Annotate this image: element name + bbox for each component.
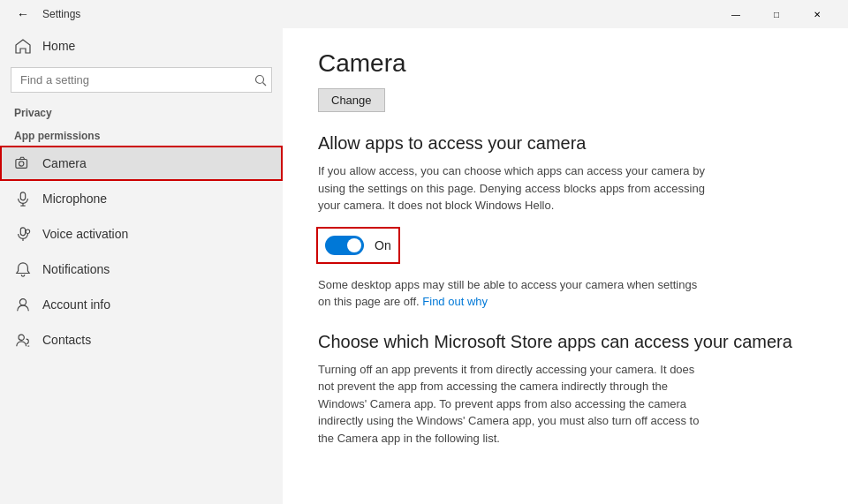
voice-icon: [14, 225, 32, 243]
allow-section-heading: Allow apps to access your camera: [318, 133, 813, 154]
content-area: Camera Change Allow apps to access your …: [283, 28, 848, 504]
sidebar-item-notifications[interactable]: Notifications: [0, 252, 283, 287]
contacts-icon: [14, 331, 32, 349]
microphone-label: Microphone: [42, 192, 107, 206]
window-controls: — □ ✕: [716, 0, 837, 28]
notifications-label: Notifications: [42, 262, 110, 276]
allow-description: If you allow access, you can choose whic…: [318, 162, 707, 214]
privacy-section-title: Privacy: [0, 100, 283, 123]
camera-icon: [14, 154, 32, 172]
microphone-icon: [14, 190, 32, 207]
svg-rect-4: [20, 192, 25, 200]
account-info-icon: [14, 296, 32, 313]
contacts-label: Contacts: [42, 333, 91, 347]
notifications-icon: [14, 260, 32, 278]
svg-point-3: [19, 162, 24, 166]
svg-point-10: [19, 299, 26, 305]
titlebar: ← Settings — □ ✕: [0, 0, 848, 28]
account-info-label: Account info: [42, 297, 110, 312]
svg-point-11: [19, 335, 24, 340]
svg-line-1: [263, 82, 267, 86]
back-button[interactable]: ←: [11, 2, 35, 26]
svg-point-0: [256, 75, 264, 83]
change-button[interactable]: Change: [318, 88, 385, 112]
svg-point-9: [26, 229, 30, 234]
camera-toggle[interactable]: [325, 236, 364, 255]
page-title: Camera: [318, 49, 813, 78]
close-button[interactable]: ✕: [797, 0, 837, 28]
search-button[interactable]: [254, 74, 267, 87]
app-body: Home Privacy App permissions: [0, 28, 848, 504]
minimize-button[interactable]: —: [716, 0, 756, 28]
sidebar-item-account-info[interactable]: Account info: [0, 287, 283, 322]
sidebar-home[interactable]: Home: [0, 28, 283, 64]
choose-section-heading: Choose which Microsoft Store apps can ac…: [318, 332, 813, 352]
home-icon: [14, 37, 32, 55]
sidebar-item-camera[interactable]: Camera: [0, 146, 283, 181]
svg-rect-2: [16, 160, 27, 169]
sidebar-item-microphone[interactable]: Microphone: [0, 181, 283, 216]
home-label: Home: [42, 39, 75, 53]
sidebar-item-voice[interactable]: Voice activation: [0, 216, 283, 252]
toggle-label: On: [375, 238, 391, 252]
sidebar-item-contacts[interactable]: Contacts: [0, 322, 283, 357]
note-text: Some desktop apps may still be able to a…: [318, 276, 707, 311]
voice-label: Voice activation: [42, 227, 128, 241]
search-input[interactable]: [11, 67, 272, 93]
choose-description: Turning off an app prevents it from dire…: [318, 361, 707, 448]
app-permissions-title: App permissions: [0, 123, 283, 146]
sidebar: Home Privacy App permissions: [0, 28, 283, 504]
search-container: [11, 67, 272, 93]
note-text-content: Some desktop apps may still be able to a…: [318, 278, 697, 309]
maximize-button[interactable]: □: [756, 0, 797, 28]
camera-toggle-row: On: [318, 229, 398, 262]
svg-rect-7: [20, 228, 25, 236]
find-out-why-link[interactable]: Find out why: [422, 295, 488, 308]
titlebar-title: Settings: [42, 8, 80, 20]
camera-label: Camera: [42, 156, 87, 170]
